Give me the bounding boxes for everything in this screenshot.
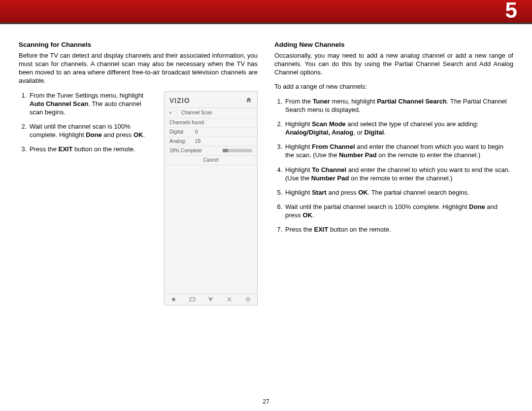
- back-icon[interactable]: [165, 108, 176, 118]
- menu-progress-row: 18% Complete: [165, 146, 257, 156]
- channel-scan-menu: VIZIO Channel Scan Channels found Digita…: [164, 91, 258, 306]
- close-icon[interactable]: [226, 296, 233, 303]
- adding-steps: From the Tuner menu, highlight Partial C…: [274, 97, 513, 234]
- adding-step-4: Highlight To Channel and enter the chann…: [284, 166, 513, 182]
- section-title-adding: Adding New Channels: [274, 41, 513, 48]
- menu-analog-row: Analog:19: [165, 137, 257, 146]
- page-body: Scanning for Channels Before the TV can …: [0, 24, 532, 306]
- adding-lead: To add a range of new channels:: [274, 82, 513, 91]
- menu-top-bar: VIZIO: [165, 92, 257, 107]
- progress-fill: [223, 149, 228, 152]
- menu-title-row: Channel Scan: [165, 107, 257, 118]
- adding-step-3: Highlight From Channel and enter the cha…: [284, 142, 513, 159]
- menu-title: Channel Scan: [176, 110, 257, 115]
- scanning-step-2: Wait until the channel scan is 100% comp…: [29, 122, 155, 139]
- svg-point-1: [247, 299, 249, 300]
- gear-icon[interactable]: [245, 296, 251, 303]
- menu-digital-row: Digital:0: [165, 128, 257, 137]
- adding-step-6: Wait until the partial channel search is…: [284, 203, 513, 219]
- scanning-step-3: Press the EXIT button on the remote.: [29, 145, 155, 153]
- menu-bottom-bar: [165, 293, 257, 305]
- adding-intro: Occasionally, you may need to add a new …: [274, 51, 513, 76]
- vizio-logo: VIZIO: [169, 97, 190, 104]
- adding-step-1: From the Tuner menu, highlight Partial C…: [284, 97, 513, 114]
- v-icon[interactable]: [207, 296, 214, 303]
- scanning-step-1: From the Tuner Settings menu, highlight …: [29, 91, 155, 116]
- progress-label: 18% Complete: [169, 148, 202, 153]
- svg-rect-0: [190, 298, 195, 301]
- star-icon[interactable]: [170, 296, 177, 303]
- right-column: Adding New Channels Occasionally, you ma…: [274, 41, 513, 306]
- adding-step-2: Highlight Scan Mode and select the type …: [284, 120, 513, 137]
- left-column: Scanning for Channels Before the TV can …: [19, 41, 258, 306]
- screen-icon[interactable]: [189, 296, 196, 303]
- scanning-intro: Before the TV can detect and display cha…: [19, 51, 258, 85]
- chapter-number: 5: [505, 0, 517, 23]
- adding-step-7: Press the EXIT button on the remote.: [284, 225, 513, 234]
- scanning-steps: From the Tuner Settings menu, highlight …: [19, 91, 155, 154]
- menu-channels-found: Channels found: [165, 118, 257, 128]
- adding-step-5: Highlight Start and press OK. The partia…: [284, 188, 513, 197]
- section-title-scanning: Scanning for Channels: [19, 41, 258, 48]
- progress-bar: [223, 149, 252, 152]
- menu-spacer: [165, 165, 257, 293]
- chapter-header: 5: [0, 0, 532, 23]
- page-number: 27: [0, 398, 532, 405]
- menu-cancel-button[interactable]: Cancel: [165, 156, 257, 165]
- home-icon[interactable]: [245, 97, 252, 104]
